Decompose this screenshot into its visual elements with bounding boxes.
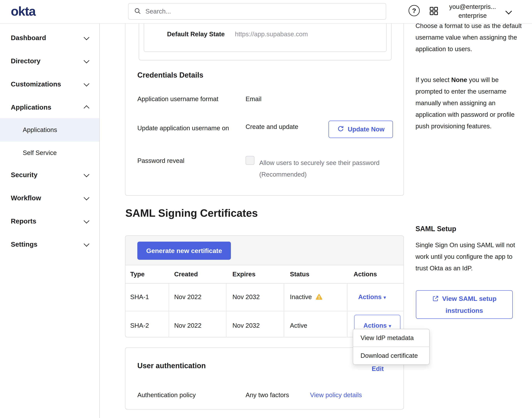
- sidebar-item-security[interactable]: Security: [0, 163, 99, 186]
- auth-policy-label: Authentication policy: [137, 391, 196, 399]
- cert-expires: Nov 2032: [232, 322, 260, 329]
- cert-status: Inactive: [290, 293, 312, 301]
- help-icon[interactable]: ?: [408, 5, 420, 16]
- global-search[interactable]: [128, 3, 386, 20]
- username-help-paragraph-1: Choose a format to use as the default us…: [416, 20, 522, 55]
- okta-logo[interactable]: okta: [11, 4, 35, 19]
- edit-link[interactable]: Edit: [372, 365, 384, 372]
- generate-certificate-button[interactable]: Generate new certificate: [137, 242, 231, 260]
- sidebar-item-customizations[interactable]: Customizations: [0, 72, 99, 96]
- certificates-title: SAML Signing Certificates: [125, 207, 258, 219]
- sidebar: Dashboard Directory Customizations Appli…: [0, 23, 100, 418]
- external-link-icon: [432, 295, 442, 302]
- sidebar-item-settings[interactable]: Settings: [0, 233, 99, 256]
- menu-item-download-certificate[interactable]: Download certificate: [353, 347, 429, 364]
- column-divider: [226, 283, 226, 337]
- col-header-created: Created: [174, 271, 198, 278]
- row-divider: [125, 311, 404, 311]
- update-username-value: Create and update: [246, 123, 298, 130]
- sign-on-settings-card: Default Relay State https://app.supabase…: [125, 23, 404, 196]
- column-divider: [347, 283, 347, 337]
- sidebar-item-dashboard[interactable]: Dashboard: [0, 26, 99, 49]
- caret-down-icon: ▾: [384, 294, 386, 300]
- caret-down-icon: ▾: [389, 323, 391, 329]
- chevron-up-icon: [84, 105, 90, 111]
- saml-setup-title: SAML Setup: [416, 223, 522, 235]
- refresh-icon: [337, 125, 344, 133]
- relay-state-label: Default Relay State: [167, 31, 225, 38]
- cert-status: Active: [290, 322, 307, 329]
- username-format-label: Application username format: [137, 95, 218, 103]
- account-username: you@enterpris...: [444, 2, 501, 11]
- cert-type: SHA-2: [130, 322, 149, 329]
- account-org: enterprise: [444, 11, 501, 20]
- password-reveal-label: Password reveal: [137, 157, 184, 164]
- cert-created: Nov 2022: [174, 293, 201, 301]
- password-reveal-checkbox[interactable]: [246, 156, 254, 165]
- chevron-down-icon[interactable]: [505, 8, 512, 14]
- sidebar-item-workflow[interactable]: Workflow: [0, 186, 99, 209]
- menu-item-view-idp-metadata[interactable]: View IdP metadata: [353, 329, 429, 347]
- sidebar-item-applications[interactable]: Applications: [0, 96, 99, 119]
- relay-state-value: https://app.supabase.com: [235, 31, 308, 38]
- chevron-down-icon: [84, 241, 90, 247]
- view-policy-details-link[interactable]: View policy details: [310, 391, 362, 399]
- app-header: okta ? you@enterpris... enterprise: [0, 0, 532, 23]
- column-divider: [169, 283, 169, 337]
- chevron-down-icon: [84, 171, 90, 177]
- account-menu[interactable]: you@enterpris... enterprise: [444, 2, 501, 20]
- view-saml-setup-button[interactable]: View SAML setup instructions: [416, 290, 513, 319]
- chevron-down-icon: [84, 34, 90, 40]
- apps-grid-icon[interactable]: [429, 6, 439, 16]
- okta-admin-console: okta ? you@enterpris... enterprise Dashb…: [0, 0, 532, 418]
- update-now-button[interactable]: Update Now: [328, 121, 393, 138]
- chevron-down-icon: [84, 195, 90, 200]
- username-format-value: Email: [246, 95, 261, 103]
- col-header-status: Status: [290, 271, 309, 278]
- sidebar-item-reports[interactable]: Reports: [0, 209, 99, 233]
- search-input[interactable]: [145, 8, 339, 15]
- certificates-card: Generate new certificate Type Created Ex…: [125, 235, 404, 337]
- cert-expires: Nov 2032: [232, 293, 260, 301]
- actions-dropdown-menu: View IdP metadata Download certificate: [353, 329, 430, 365]
- credentials-title: Credentials Details: [137, 71, 203, 79]
- cert-type: SHA-1: [130, 293, 149, 301]
- col-header-expires: Expires: [232, 271, 255, 278]
- warning-icon: [315, 294, 323, 301]
- chevron-down-icon: [84, 218, 90, 223]
- username-help-paragraph-2: If you select None you will be prompted …: [416, 74, 522, 132]
- sidebar-item-directory[interactable]: Directory: [0, 49, 99, 72]
- sidebar-subitem-applications[interactable]: Applications: [0, 118, 99, 142]
- auth-policy-value: Any two factors: [246, 391, 289, 399]
- chevron-down-icon: [84, 81, 90, 86]
- saml-setup-text: Single Sign On using SAML will not work …: [416, 239, 526, 274]
- column-divider: [284, 283, 284, 337]
- user-auth-title: User authentication: [137, 362, 206, 370]
- update-username-label: Update application username on: [137, 122, 253, 134]
- sidebar-subitem-self-service[interactable]: Self Service: [0, 142, 99, 164]
- cert-created: Nov 2022: [174, 322, 201, 329]
- chevron-down-icon: [84, 58, 90, 63]
- actions-button[interactable]: Actions▾: [358, 293, 386, 301]
- col-header-type: Type: [130, 271, 145, 278]
- password-reveal-text: Allow users to securely see their passwo…: [259, 157, 385, 180]
- col-header-actions: Actions: [354, 271, 377, 278]
- search-icon: [134, 7, 141, 15]
- table-header-border: [125, 283, 404, 283]
